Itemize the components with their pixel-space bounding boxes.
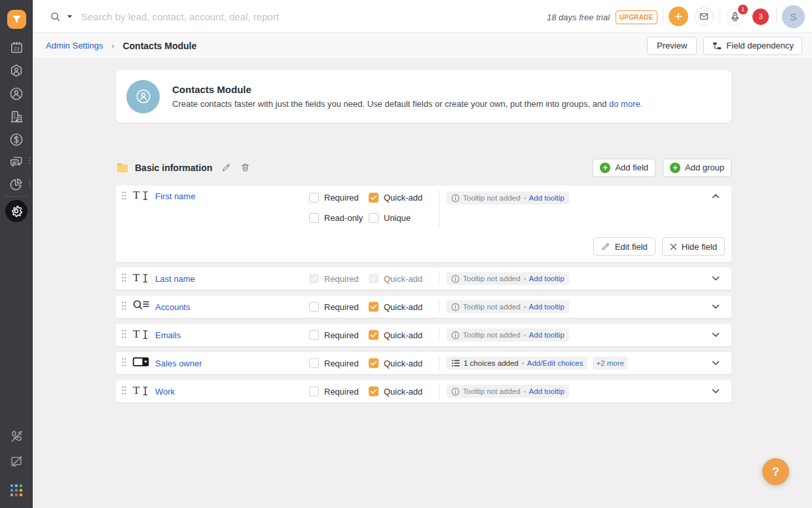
edit-group-button[interactable]	[221, 163, 231, 172]
edit-field-button[interactable]: Edit field	[593, 237, 655, 256]
read-only-checkbox[interactable]: Read-only	[309, 213, 363, 223]
pencil-icon	[221, 163, 231, 172]
quick-add-checkbox[interactable]: Quick-add	[369, 274, 422, 284]
notifications-button[interactable]: 3	[752, 9, 769, 25]
analytics-icon	[9, 177, 24, 191]
sidebar-item-deals[interactable]	[0, 132, 33, 147]
expand-row-button[interactable]	[709, 386, 722, 397]
lookup-field-type-icon	[132, 299, 149, 315]
info-icon	[451, 275, 460, 283]
drag-handle-icon[interactable]	[122, 273, 126, 284]
tooltip-status-text: Tooltip not added	[463, 275, 521, 283]
collapse-row-button[interactable]	[709, 191, 722, 201]
preview-button-label: Preview	[657, 41, 687, 50]
quick-add-checkbox[interactable]: Quick-add	[369, 330, 422, 340]
drag-handle-icon[interactable]	[122, 329, 126, 341]
help-button[interactable]: ?	[762, 458, 789, 485]
breadcrumb-admin-settings[interactable]: Admin Settings	[46, 41, 103, 50]
sidebar-item-analytics[interactable]	[0, 176, 33, 192]
required-checkbox[interactable]: Required	[309, 387, 359, 397]
add-tooltip-link[interactable]: Add tooltip	[529, 387, 564, 395]
field-dependency-button[interactable]: Field dependency	[703, 37, 802, 55]
required-label: Required	[324, 330, 359, 340]
expand-row-button[interactable]	[709, 302, 722, 312]
expand-row-button[interactable]	[709, 330, 722, 340]
drag-handle-icon[interactable]	[122, 385, 126, 397]
breadcrumb-separator-icon: ›	[111, 41, 114, 50]
conversations-kebab-icon[interactable]	[29, 157, 31, 164]
do-more-link[interactable]: do more.	[609, 99, 642, 109]
sidebar-item-phone[interactable]	[0, 428, 33, 444]
whats-new-button[interactable]: 1	[726, 8, 744, 26]
folder-icon	[116, 161, 129, 174]
field-name-link[interactable]: Accounts	[155, 302, 190, 312]
module-description-text: Create contacts faster with just the fie…	[172, 99, 606, 109]
search-icon[interactable]	[50, 11, 61, 22]
required-checkbox[interactable]: Required	[309, 274, 359, 284]
required-checkbox[interactable]: Required	[309, 193, 359, 203]
unique-checkbox[interactable]: Unique	[369, 213, 411, 223]
module-description: Create contacts faster with just the fie…	[172, 99, 642, 109]
field-name-link[interactable]: Last name	[155, 274, 195, 284]
quick-add-checkbox[interactable]: Quick-add	[369, 302, 422, 312]
required-checkbox[interactable]: Required	[309, 302, 359, 312]
quick-add-button[interactable]	[669, 7, 688, 26]
freshsales-logo[interactable]	[7, 10, 26, 29]
green-plus-icon: +	[670, 163, 680, 173]
hide-field-button[interactable]: Hide field	[662, 237, 725, 256]
avatar[interactable]: S	[782, 5, 805, 28]
add-tooltip-link[interactable]: Add tooltip	[529, 303, 564, 311]
text-field-type-icon	[132, 383, 149, 400]
sidebar-item-settings[interactable]	[5, 200, 28, 222]
required-checkbox[interactable]: Required	[309, 330, 359, 340]
quick-add-label: Quick-add	[384, 274, 422, 284]
add-edit-choices-link[interactable]: Add/Edit choices	[527, 359, 583, 367]
plus-icon	[673, 11, 684, 22]
analytics-kebab-icon[interactable]	[29, 180, 31, 186]
field-name-link[interactable]: Emails	[155, 330, 181, 340]
expand-row-button[interactable]	[709, 273, 722, 284]
chat-slash-icon	[9, 454, 24, 469]
more-choices-pill[interactable]: +2 more	[593, 357, 627, 370]
quick-add-checkbox[interactable]: Quick-add	[369, 359, 422, 368]
quick-add-checkbox[interactable]: Quick-add	[369, 387, 422, 397]
unique-label: Unique	[384, 213, 411, 223]
drag-handle-icon[interactable]	[122, 191, 126, 203]
sidebar-item-contacts[interactable]	[0, 86, 33, 102]
expand-row-button[interactable]	[709, 358, 722, 368]
tooltip-status-text: Tooltip not added	[463, 387, 521, 395]
field-name-link[interactable]: Work	[155, 387, 175, 397]
sidebar-item-leads[interactable]	[0, 63, 33, 79]
add-tooltip-link[interactable]: Add tooltip	[529, 194, 564, 202]
pencil-icon	[601, 242, 610, 251]
pill-dot-icon	[524, 306, 526, 308]
sidebar-item-accounts[interactable]	[0, 109, 33, 125]
add-field-button[interactable]: + Add field	[593, 159, 655, 177]
add-tooltip-link[interactable]: Add tooltip	[529, 331, 564, 339]
search-scope-caret-icon[interactable]	[67, 14, 73, 18]
add-tooltip-link[interactable]: Add tooltip	[529, 275, 564, 283]
add-field-button-label: Add field	[615, 163, 648, 172]
sidebar-item-chat[interactable]	[0, 454, 33, 469]
group-title: Basic information	[135, 163, 212, 173]
tooltip-status-text: Tooltip not added	[463, 194, 521, 202]
preview-button[interactable]: Preview	[647, 37, 697, 55]
required-checkbox[interactable]: Required	[309, 359, 359, 368]
quick-add-checkbox[interactable]: Quick-add	[369, 193, 422, 203]
sidebar-item-calendar[interactable]	[0, 39, 33, 55]
drag-handle-icon[interactable]	[122, 301, 126, 313]
drag-handle-icon[interactable]	[122, 357, 126, 369]
field-name-link[interactable]: First name	[155, 191, 195, 201]
conversations-icon	[9, 155, 24, 169]
field-name-link[interactable]: Sales owner	[155, 359, 202, 368]
delete-group-button[interactable]	[240, 163, 250, 172]
field-dependency-icon	[712, 41, 722, 51]
search-input[interactable]: Search by lead, contact, account, deal, …	[81, 11, 279, 22]
sidebar-item-conversations[interactable]	[0, 154, 33, 170]
whats-new-badge: 1	[738, 5, 748, 14]
email-button[interactable]	[695, 7, 714, 26]
add-group-button[interactable]: + Add group	[663, 159, 731, 177]
sidebar-item-apps-switcher[interactable]	[0, 484, 33, 496]
upgrade-button[interactable]: UPGRADE	[616, 10, 657, 24]
trial-countdown: 18 days free trial	[547, 12, 610, 22]
